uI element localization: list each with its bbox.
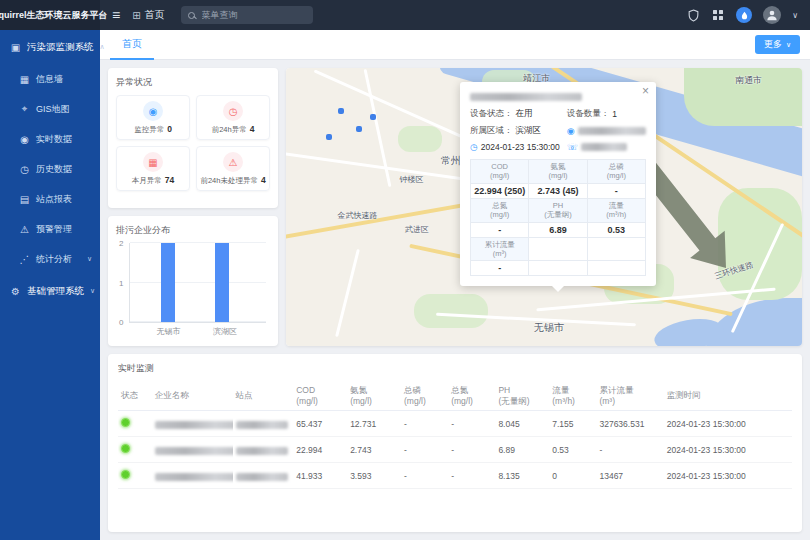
info-wall-icon: ▦ — [19, 74, 30, 85]
sidebar-item[interactable]: ◷历史数据 — [0, 154, 100, 184]
time-cell: 2024-01-23 15:30:00 — [664, 437, 792, 463]
time-cell: 2024-01-23 15:30:00 — [664, 463, 792, 489]
metric-cell: 327636.531 — [596, 411, 663, 437]
column-header: 监测时间 — [664, 381, 792, 411]
hamburger-menu-icon[interactable]: ≡ — [112, 7, 120, 23]
metric-cell: 8.135 — [495, 463, 549, 489]
site-cell — [233, 411, 294, 437]
sidebar-item[interactable]: ▤站点报表 — [0, 184, 100, 214]
sidebar: ▣污染源监测系统∧▦信息墙⌖GIS地图◉实时数据◷历史数据▤站点报表⚠预警管理⋰… — [0, 30, 100, 540]
sidebar-item[interactable]: ◉实时数据 — [0, 124, 100, 154]
chart-xlabel: 滨湖区 — [213, 326, 237, 337]
chart-plot: 012 — [129, 243, 266, 323]
popup-table-header-row: 累计流量(m³) — [471, 237, 646, 261]
stat-text: 本月异常74 — [132, 175, 174, 186]
sidebar-item[interactable]: ⚙基础管理系统∨ — [0, 274, 100, 308]
tab-home[interactable]: 首页 — [110, 30, 154, 60]
table-row[interactable]: 22.9942.743--6.890.53-2024-01-23 15:30:0… — [118, 437, 792, 463]
alarm-icon: ◷ — [223, 101, 243, 121]
popup-metric-value — [529, 261, 587, 276]
stat-tile[interactable]: ◉监控异常0 — [116, 95, 190, 140]
stat-tile[interactable]: ▦本月异常74 — [116, 146, 190, 191]
shield-icon[interactable] — [686, 8, 700, 22]
popup-table-header-row: 总氮(mg/l)PH(无量纲)流量(m³/h) — [471, 198, 646, 222]
sidebar-item[interactable]: ⋰统计分析∨ — [0, 244, 100, 274]
stat-label: 前24h异常 — [212, 125, 247, 135]
chart-ytick: 2 — [119, 239, 123, 248]
metric-cell: 2.743 — [347, 437, 401, 463]
redacted-site — [236, 421, 288, 429]
apps-grid-icon[interactable] — [711, 8, 725, 22]
table-row[interactable]: 41.9333.593--8.1350134672024-01-23 15:30… — [118, 463, 792, 489]
search-field[interactable] — [200, 9, 300, 21]
gis-map[interactable]: 靖江市南通市常州市钟楼区金武快速路武进区无锡市三环快速路 × 设备状态：在用 设… — [286, 68, 802, 346]
company-cell — [152, 411, 233, 437]
metric-cell: 41.933 — [293, 463, 347, 489]
sidebar-item-label: 统计分析 — [36, 253, 72, 266]
popup-metric-header: 总氮(mg/l) — [471, 198, 529, 222]
main-area: 首页 更多 ∨ 异常状况 ◉监控异常0◷前24h异常4▦本月异常74⚠前24h未… — [100, 30, 810, 540]
search-input[interactable] — [181, 6, 313, 24]
redacted-company — [155, 421, 233, 429]
status-dot-online — [121, 418, 130, 427]
redacted-site — [236, 473, 288, 481]
sidebar-item[interactable]: ▣污染源监测系统∧ — [0, 30, 100, 64]
sidebar-item-label: 污染源监测系统 — [27, 41, 94, 54]
chart-xlabel: 无锡市 — [156, 326, 180, 337]
metric-cell: 7.155 — [549, 411, 596, 437]
company-cell — [152, 437, 233, 463]
user-avatar[interactable] — [763, 6, 781, 24]
header-actions: ∨ — [686, 6, 798, 24]
breadcrumb[interactable]: ⊞ 首页 — [132, 8, 164, 22]
popup-metric-value: - — [471, 222, 529, 237]
sidebar-item[interactable]: ▦信息墙 — [0, 64, 100, 94]
stat-label: 前24h未处理异常 — [200, 176, 258, 186]
breadcrumb-label: 首页 — [145, 8, 165, 22]
sidebar-item-label: GIS地图 — [36, 103, 70, 116]
popup-metric-value — [587, 261, 645, 276]
column-header: 企业名称 — [152, 381, 233, 411]
clock-icon: ◷ — [470, 142, 478, 152]
popup-metric-value: 0.53 — [587, 222, 645, 237]
site-cell — [233, 463, 294, 489]
chevron-down-icon[interactable]: ∨ — [792, 11, 798, 20]
column-header: 氨氮(mg/l) — [347, 381, 401, 411]
more-button-label: 更多 — [764, 38, 782, 51]
metric-cell: - — [401, 411, 448, 437]
popup-metric-header: 累计流量(m³) — [471, 237, 529, 261]
sidebar-item[interactable]: ⚠预警管理 — [0, 214, 100, 244]
metric-cell: 6.89 — [495, 437, 549, 463]
popup-metric-header: COD(mg/l) — [471, 160, 529, 184]
app-root: Squirrel生态环境云服务平台 ≡ ⊞ 首页 ∨ ▣ — [0, 0, 810, 540]
home-icon: ⊞ — [132, 10, 140, 21]
chevron-down-icon: ∨ — [87, 255, 92, 263]
sidebar-item-label: 预警管理 — [36, 223, 72, 236]
water-drop-icon[interactable] — [736, 7, 752, 23]
metric-cell: 0.53 — [549, 437, 596, 463]
stat-tile[interactable]: ◷前24h异常4 — [196, 95, 270, 140]
close-icon[interactable]: × — [642, 85, 649, 97]
stat-tile[interactable]: ⚠前24h未处理异常4 — [196, 146, 270, 191]
stat-value: 0 — [167, 124, 172, 134]
realtime-thead-row: 状态企业名称站点COD(mg/l)氨氮(mg/l)总磷(mg/l)总氮(mg/l… — [118, 381, 792, 411]
chart-ytick: 0 — [119, 318, 123, 327]
panel-title: 排污企业分布 — [116, 224, 270, 237]
map-popup: × 设备状态：在用 设备数量：1 所属区域：滨湖区 ◉ ◷2024-01-23 … — [460, 82, 656, 286]
popup-table-value-row: - — [471, 261, 646, 276]
chart-gridline — [130, 282, 266, 283]
metric-cell: - — [448, 463, 495, 489]
top-header: Squirrel生态环境云服务平台 ≡ ⊞ 首页 ∨ — [0, 0, 810, 30]
table-row[interactable]: 65.43712.731--8.0457.155327636.5312024-0… — [118, 411, 792, 437]
bar-chart: 012 无锡市滨湖区 — [116, 243, 270, 335]
panel-title: 实时监测 — [118, 362, 792, 375]
sidebar-item[interactable]: ⌖GIS地图 — [0, 94, 100, 124]
column-header: 状态 — [118, 381, 152, 411]
location-pin-icon: ◉ — [567, 126, 575, 136]
phone-icon: ☏ — [567, 142, 578, 152]
status-dot-online — [121, 444, 130, 453]
redacted-company — [155, 447, 233, 455]
metric-cell: - — [448, 437, 495, 463]
popup-metric-value: 6.89 — [529, 222, 587, 237]
more-button[interactable]: 更多 ∨ — [755, 35, 800, 54]
warning-icon: ⚠ — [223, 152, 243, 172]
